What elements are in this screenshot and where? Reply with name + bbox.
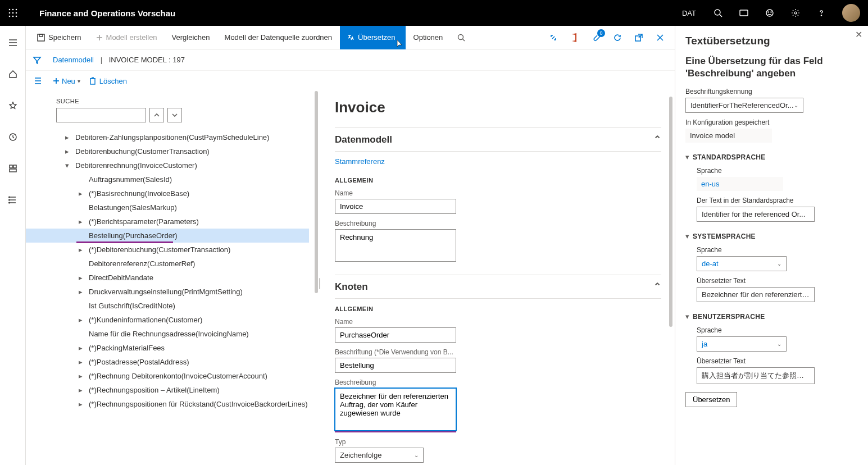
tree-caret-icon: ▸ xyxy=(76,372,84,380)
tree-item[interactable]: ▾Debitorenrechnung(InvoiceCustomer) xyxy=(56,158,309,172)
app-launcher-icon[interactable] xyxy=(0,0,26,26)
search-down-button[interactable] xyxy=(167,108,182,122)
std-sprache-section[interactable]: ▾STANDARDSPRACHE xyxy=(685,153,858,161)
settings-icon[interactable] xyxy=(783,0,808,26)
close-panel-icon[interactable]: ✕ xyxy=(855,29,862,40)
recent-icon[interactable] xyxy=(0,127,26,147)
save-icon xyxy=(37,34,45,42)
tree-item[interactable]: ▸(*)PackingMaterialFees xyxy=(56,341,309,355)
environment-label[interactable]: DAT xyxy=(678,9,701,17)
svg-line-35 xyxy=(463,39,465,41)
hamburger-icon[interactable] xyxy=(0,33,26,53)
translate-button[interactable]: Übersetzen xyxy=(340,26,405,49)
search-button[interactable] xyxy=(451,26,472,49)
section-datenmodell[interactable]: Datenmodell ⌃ xyxy=(335,127,661,152)
map-model-button[interactable]: Modell der Datenquelle zuordnen xyxy=(218,26,339,49)
scrollbar[interactable] xyxy=(669,97,672,327)
tree-item[interactable]: ▸Debitoren-Zahlungsplanpositionen(CustPa… xyxy=(56,130,309,144)
save-button[interactable]: Speichern xyxy=(30,26,88,49)
knoten-beschriftung-input[interactable] xyxy=(335,358,456,373)
ueb-text-label: Übersetzter Text xyxy=(697,357,858,365)
svg-point-15 xyxy=(794,12,797,14)
attach-icon[interactable]: 0 xyxy=(586,26,606,49)
tree-item[interactable]: Debitorenreferenz(CustomerRef) xyxy=(56,257,309,271)
sys-sprache-section[interactable]: ▾SYSTEMSPRACHE xyxy=(685,232,858,240)
close-icon[interactable] xyxy=(650,26,670,49)
help-icon[interactable] xyxy=(808,0,834,26)
home-icon[interactable] xyxy=(0,64,26,84)
workspaces-icon[interactable] xyxy=(0,158,26,179)
tree-item[interactable]: Belastungen(SalesMarkup) xyxy=(56,200,309,215)
create-model-button[interactable]: Modell erstellen xyxy=(89,26,164,49)
tree-item[interactable]: ▸(*)Basisrechnung(InvoiceBase) xyxy=(56,186,309,200)
favorites-icon[interactable] xyxy=(0,95,26,116)
tree: ▸Debitoren-Zahlungsplanpositionen(CustPa… xyxy=(56,130,309,411)
delete-button[interactable]: Löschen xyxy=(89,77,127,85)
tree-item[interactable]: ▸DirectDebitMandate xyxy=(56,271,309,285)
beschreibung-input[interactable] xyxy=(335,229,456,262)
stammreferenz-link[interactable]: Stammreferenz xyxy=(335,152,661,170)
tree-item[interactable]: ▸Debitorenbuchung(CustomerTransaction) xyxy=(56,144,309,158)
name-input[interactable] xyxy=(335,199,456,214)
kennung-select[interactable]: IdentifierForTheReferencedOr...⌄ xyxy=(685,98,803,113)
tree-caret-icon: ▸ xyxy=(76,344,84,352)
app-title: Finance and Operations Vorschau xyxy=(39,8,175,18)
tree-item[interactable]: ▸Druckverwaltungseinstellung(PrintMgmtSe… xyxy=(56,285,309,299)
link-icon[interactable] xyxy=(543,26,563,49)
tree-item[interactable]: ▸(*)Rechnungspositionen für Rückstand(Cu… xyxy=(56,397,309,411)
allgemein-label: ALLGEMEIN xyxy=(335,177,661,184)
tree-caret-icon: ▸ xyxy=(76,189,84,198)
office-icon[interactable] xyxy=(565,26,585,49)
feedback-icon[interactable] xyxy=(757,0,783,26)
tree-item[interactable]: Name für die Rechnungsadresse(InvoicingN… xyxy=(56,327,309,341)
knoten-name-label: Name xyxy=(335,318,661,326)
options-button[interactable]: Optionen xyxy=(407,26,450,49)
svg-rect-30 xyxy=(38,34,44,41)
tree-item[interactable]: ▸(*)Rechnungsposition – Artikel(LineItem… xyxy=(56,383,309,397)
compare-button[interactable]: Vergleichen xyxy=(165,26,217,49)
user-avatar[interactable] xyxy=(842,4,860,22)
chat-icon[interactable] xyxy=(731,0,757,26)
std-lang-value[interactable]: en-us xyxy=(697,177,783,191)
sys-text-input[interactable]: Bezeichner für den referenzierte... xyxy=(697,287,815,302)
modules-icon[interactable] xyxy=(0,190,26,210)
popout-icon[interactable] xyxy=(629,26,649,49)
new-button[interactable]: Neu▾ xyxy=(53,77,80,85)
knoten-beschreibung-input[interactable] xyxy=(335,388,456,431)
std-text-input[interactable]: Identifier for the referenced Or... xyxy=(697,207,815,222)
ueb-text-label: Übersetzter Text xyxy=(697,277,858,285)
svg-rect-23 xyxy=(10,169,16,172)
tree-item[interactable]: ▸(*)Berichtsparameter(Parameters) xyxy=(56,215,309,229)
search-input[interactable] xyxy=(56,108,146,122)
refresh-icon[interactable] xyxy=(607,26,628,49)
ben-lang-select[interactable]: ja⌄ xyxy=(697,336,787,352)
caret-down-icon: ▾ xyxy=(685,232,689,240)
ben-text-input[interactable]: 購入担当者が割り当てた参照オ... xyxy=(697,367,815,384)
section-knoten[interactable]: Knoten ⌃ xyxy=(335,275,661,299)
ben-sprache-section[interactable]: ▾BENUTZERSPRACHE xyxy=(685,312,858,321)
tree-item[interactable]: ▸(*)Postadresse(PostalAddress) xyxy=(56,355,309,369)
tree-caret-icon: ▸ xyxy=(63,133,71,142)
tree-item[interactable]: ▸(*)Kundeninformationen(Customer) xyxy=(56,313,309,327)
tree-item[interactable]: ▸(*)Debitorenbuchung(CustomerTransaction… xyxy=(56,243,309,257)
breadcrumb-root[interactable]: Datenmodell xyxy=(53,56,94,64)
uebersetzen-button[interactable]: Übersetzen xyxy=(685,392,737,407)
svg-point-9 xyxy=(715,10,720,15)
svg-point-28 xyxy=(8,199,10,200)
svg-point-16 xyxy=(821,15,821,16)
knoten-name-input[interactable] xyxy=(335,327,456,343)
typ-select[interactable]: Zeichenfolge⌄ xyxy=(335,448,424,463)
action-row: Neu▾ Löschen xyxy=(26,71,675,91)
tree-item-label: Name für die Rechnungsadresse(InvoicingN… xyxy=(89,330,249,338)
knoten-beschreibung-label: Beschreibung xyxy=(335,379,661,386)
sys-lang-select[interactable]: de-at⌄ xyxy=(697,256,787,271)
list-icon[interactable] xyxy=(33,77,42,85)
breadcrumb: Datenmodell | INVOICE MODEL : 197 xyxy=(53,56,185,64)
tree-item[interactable]: Auftragsnummer(SalesId) xyxy=(56,172,309,186)
tree-item[interactable]: Bestellung(PurchaseOrder) xyxy=(26,229,309,243)
search-up-button[interactable] xyxy=(149,108,164,122)
tree-item[interactable]: ▸(*)Rechnung Debitorenkonto(InvoiceCusto… xyxy=(56,369,309,383)
tree-item[interactable]: Ist Gutschrift(IsCreditNote) xyxy=(56,299,309,313)
search-icon[interactable] xyxy=(705,0,731,26)
filter-icon[interactable] xyxy=(33,56,42,65)
